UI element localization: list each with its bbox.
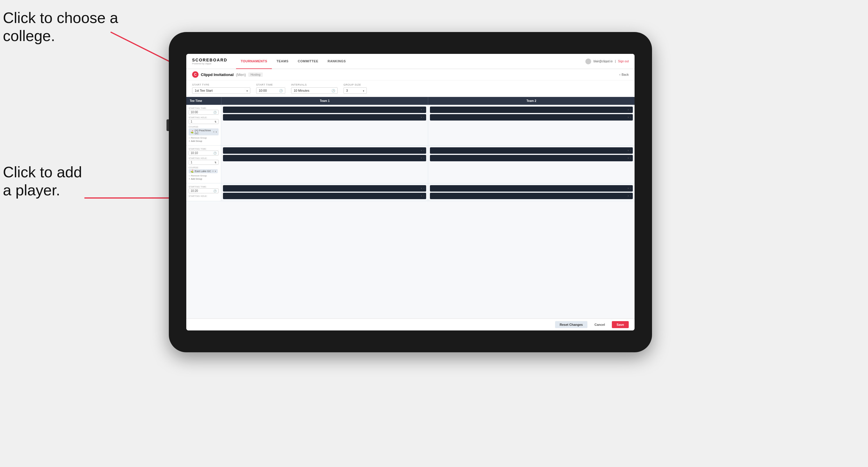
tee-left-3: STARTING TIME: 10:20 🕐 STARTING HOLE: [186,183,221,201]
tab-committee[interactable]: COMMITTEE [293,54,323,69]
time-input-2[interactable]: 10:10 🕐 [189,151,219,155]
add-group-link-2[interactable]: + Add Group [189,178,219,180]
course-remove-icon-1[interactable]: × [213,130,215,133]
course-remove-icon-2[interactable]: × [212,170,214,173]
slot-x-icon-7[interactable]: × [627,149,629,152]
slot-chevron-icon-9[interactable]: › [424,187,424,190]
slot-chevron-icon[interactable]: › [424,108,424,111]
teams-area-3: × › × › × › × [221,183,634,201]
player-slot-6-1[interactable]: × › [430,185,633,192]
table-header: Tee Time Team 1 Team 2 [186,97,634,105]
group-size-select[interactable]: 3 [343,87,367,94]
course-name-1: (A) Peachtree GC [195,129,212,135]
table-body: STARTING TIME: 10:00 🕐 STARTING HOLE: 1 … [186,105,634,318]
slot-chevron-icon-8[interactable]: › [630,157,631,160]
clock-icon-3: 🕐 [213,111,217,114]
intervals-select[interactable]: 10 Minutes 🕐 [291,87,338,94]
slot-chevron-icon-7[interactable]: › [630,149,631,152]
tee-left-1: STARTING TIME: 10:00 🕐 STARTING HOLE: 1 … [186,105,221,145]
player-slot-1-1[interactable]: × › [223,106,426,113]
player-slot-1-2[interactable]: × › [223,114,426,121]
teams-area-1: × › × › × › × [221,105,634,145]
tab-teams[interactable]: TEAMS [272,54,293,69]
slot-chevron-icon-2[interactable]: › [424,116,424,119]
time-input-3[interactable]: 10:20 🕐 [189,188,219,193]
start-time-input[interactable]: 10:00 🕐 [256,87,285,94]
tab-rankings[interactable]: RANKINGS [323,54,350,69]
chevron-updown-icon-2 [215,161,217,164]
user-email: blair@clippd.io [593,60,613,63]
slot-x-icon-3[interactable]: × [627,108,629,111]
hosting-badge: Hosting [248,72,263,77]
player-slot-3-2[interactable]: × › [223,155,426,161]
course-chevron-icon-2[interactable]: ▾ [215,170,216,173]
nav-tabs: TOURNAMENTS TEAMS COMMITTEE RANKINGS [236,54,585,69]
course-chevron-icon-1[interactable]: ▾ [216,131,217,133]
player-slot-3-1[interactable]: × › [223,147,426,154]
slot-chevron-icon-3[interactable]: › [630,108,631,111]
sign-out-link[interactable]: Sign out [618,60,629,63]
player-slot-6-2[interactable]: × › [430,193,633,199]
slot-chevron-icon-10[interactable]: › [424,194,424,197]
user-avatar [585,59,591,64]
slot-chevron-icon-5[interactable]: › [424,149,424,152]
slot-x-icon-2[interactable]: × [421,116,422,119]
back-button[interactable]: ‹ Back [619,73,629,76]
course-label-2: COURSE: [189,166,219,168]
intervals-group: Intervals 10 Minutes 🕐 [291,83,338,94]
tab-tournaments[interactable]: TOURNAMENTS [236,54,272,69]
tablet-frame: SCOREBOARD Powered by clippd TOURNAMENTS… [169,32,652,352]
add-group-link-1[interactable]: + Add Group [189,140,219,143]
reset-changes-button[interactable]: Reset Changes [555,321,587,328]
course-tag-1[interactable]: ⛳ (A) Peachtree GC × ▾ [189,128,219,135]
hole-select-2[interactable]: 1 [189,160,219,165]
slot-chevron-icon-6[interactable]: › [424,157,424,160]
starting-time-label-1: STARTING TIME: [189,107,219,109]
player-slot-4-1[interactable]: × › [430,147,633,154]
slot-x-icon-9[interactable]: × [421,187,422,190]
slot-x-icon-6[interactable]: × [421,157,422,160]
player-slot-4-2[interactable]: × › [430,155,633,161]
team2-col-3: × › × › [428,183,635,201]
slot-x-icon-4[interactable]: × [627,116,629,119]
col-team2: Team 2 [428,97,634,105]
chevron-down-icon-2 [363,89,364,92]
save-button[interactable]: Save [612,321,629,328]
tee-left-2: STARTING TIME: 10:10 🕐 STARTING HOLE: 1 … [186,146,221,183]
clock-icon: 🕐 [279,89,283,92]
remove-group-link-2[interactable]: ○ Remove Group [189,175,219,177]
logo-text: SCOREBOARD [192,58,227,62]
start-type-select[interactable]: 1st Tee Start [192,87,250,94]
slot-x-icon[interactable]: × [421,108,422,111]
slot-x-icon-11[interactable]: × [627,187,629,190]
course-label-1: COURSE: [189,126,219,128]
slot-x-icon-5[interactable]: × [421,149,422,152]
player-slot-2-2[interactable]: × › [430,114,633,121]
col-team1: Team 1 [221,97,428,105]
slot-chevron-icon-11[interactable]: › [630,187,631,190]
hole-select-1[interactable]: 1 [189,119,219,124]
slot-x-icon-8[interactable]: × [627,157,629,160]
slot-x-icon-12[interactable]: × [627,194,629,197]
teams-area-2: × › × › × › × [221,146,634,183]
chevron-down-icon [247,89,248,92]
slot-chevron-icon-4[interactable]: › [630,116,631,119]
starting-time-label-2: STARTING TIME: [189,148,219,150]
group-size-label: Group Size [343,83,367,86]
player-slot-2-1[interactable]: × › [430,106,633,113]
cancel-button[interactable]: Cancel [590,321,610,328]
team1-col-2: × › × › [221,146,428,183]
time-input-1[interactable]: 10:00 🕐 [189,110,219,115]
player-slot-5-2[interactable]: × › [223,193,426,199]
team2-col-2: × › × › [428,146,635,183]
start-type-label: Start Type [192,83,250,86]
sub-header-left: C Clippd Invitational (Men) Hosting [192,71,263,78]
sub-header: C Clippd Invitational (Men) Hosting ‹ Ba… [186,69,634,80]
player-slot-5-1[interactable]: × › [223,185,426,192]
slot-chevron-icon-12[interactable]: › [630,194,631,197]
course-tag-2[interactable]: ⛳ East Lake GC × ▾ [189,169,218,173]
starting-time-label-3: STARTING TIME: [189,186,219,188]
remove-group-link-1[interactable]: ○ Remove Group [189,136,219,139]
slot-x-icon-10[interactable]: × [421,194,422,197]
starting-hole-label-1: STARTING HOLE: [189,117,219,119]
